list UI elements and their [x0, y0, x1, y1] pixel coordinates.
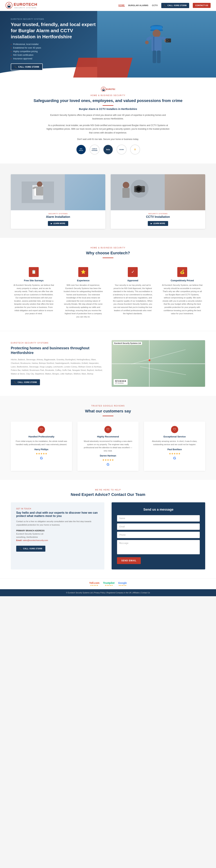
nav-phone-label: CALL: 01992 272098 — [167, 4, 186, 6]
nav-phone-button[interactable]: 📞 CALL: 01992 272098 — [161, 3, 189, 8]
map-area: Eurotech Security Systems Ltd 📍 4.9 ★★★★… — [112, 340, 205, 387]
locations-phone-button[interactable]: 📞 CALL: 01992 272098 — [11, 379, 40, 385]
review-stars-1: ★★★★★ — [15, 452, 68, 455]
cctv-service-image — [111, 174, 205, 210]
nav-burglar-alarms[interactable]: BURGLAR ALARMS — [128, 4, 149, 6]
surveys-text: At Eurotech Security Systems, we believe… — [13, 284, 54, 315]
yell-badge: Yell.com ★★★★★ — [89, 582, 99, 586]
feature-3: Highly competitive pricing — [11, 50, 97, 53]
alarm-card-title: Alarm Installation — [11, 215, 105, 221]
certifications-row: NSIGOLD CHECKATRADE bsia SSAIB 🏆 — [11, 145, 205, 155]
service-card-cctv: SECURITY SYSTEMS CCTV Installation ▶ LEA… — [111, 174, 205, 229]
nav-home[interactable]: HOME — [118, 4, 125, 7]
cctv-btn-label: LEARN MORE — [153, 222, 165, 224]
svg-text:EUROTECH: EUROTECH — [106, 88, 115, 90]
logo-area: EUROTECH SECURITY SYSTEMS — [5, 2, 37, 9]
review-author-2: Darren Hartman — [82, 455, 134, 457]
yell-stars: ★★★★★ — [90, 584, 98, 586]
feature-2: Established for over 40 years — [11, 46, 97, 49]
hero-section: EUROTECH SECURITY SYSTEMS Your trusted, … — [0, 11, 216, 78]
google-badge: Google ★★★★★ — [118, 582, 127, 586]
get-in-touch-label: GET IN TOUCH — [16, 508, 99, 510]
review-card-3: 🛡 Exceptional Service Absolutely amazing… — [144, 422, 205, 471]
about-text1: Eurotech Security Systems offers the pea… — [45, 113, 171, 121]
hero-cta-button[interactable]: 📞 CALL: 01992 272098 — [11, 63, 43, 70]
form-email-input[interactable] — [117, 523, 200, 530]
approved-text: Your security is our top priority, and w… — [113, 284, 153, 315]
nav-cctv[interactable]: CCTV — [152, 4, 158, 6]
review-stars-2: ★★★★★ — [82, 459, 134, 461]
locations-section: EUROTECH SECURITY SYSTEMS Protecting hom… — [0, 331, 216, 396]
nav-contact-button[interactable]: CONTACT US — [193, 3, 211, 8]
pricing-title: Competitively Priced — [162, 279, 203, 282]
nsi-cert-badge: NSIGOLD — [76, 145, 86, 155]
cctv-card-label: SECURITY SYSTEMS — [111, 210, 205, 215]
why-title: Why choose Eurotech? — [11, 251, 205, 256]
send-btn-label: SEND EMAIL — [121, 559, 136, 562]
contact-phone-label: CALL: 01992 272098 — [23, 548, 42, 550]
form-message-input[interactable] — [117, 540, 200, 554]
review-title-3: Exceptional Service — [148, 435, 201, 438]
about-text2: As a professional, local installer, we p… — [45, 124, 171, 134]
review-text-2: Would absolutely recommend for installin… — [82, 440, 134, 452]
locations-title: Protecting homes and businesses througho… — [11, 346, 104, 355]
why-card-surveys: 📋 Free Site Surveys At Eurotech Security… — [11, 264, 57, 322]
footer-text: © Eurotech Security Systems Ltd | Privac… — [11, 592, 205, 594]
address-line: Eurotech Security Systems Ltd — [16, 533, 99, 535]
reviews-section: TRUSTED GOOGLE REVIEWS What our customer… — [0, 396, 216, 480]
alarm-service-image — [11, 174, 105, 210]
cctv-card-btn-area: ▶ LEARN MORE — [113, 221, 203, 226]
trustpilot-logo: Trustpilot — [103, 582, 115, 584]
logo-icon — [5, 2, 12, 9]
phone-icon: 📞 — [14, 66, 17, 68]
about-separator — [102, 105, 114, 106]
reviews-label: TRUSTED GOOGLE REVIEWS — [11, 405, 205, 407]
cctv-learn-more-button[interactable]: ▶ LEARN MORE — [148, 221, 168, 226]
review-card-1: 🛡 Handled Professionally From initial en… — [11, 422, 72, 471]
arrow-icon: ▶ — [151, 222, 152, 224]
google-icon-2: G — [82, 462, 134, 467]
svg-point-0 — [6, 2, 12, 9]
why-section: HOME & BUSINESS SECURITY Why choose Euro… — [0, 238, 216, 331]
svg-point-14 — [166, 40, 168, 41]
review-shield-icon-2: 🛡 — [104, 426, 112, 433]
about-label: HOME & BUSINESS SECURITY — [11, 94, 205, 96]
alarm-learn-more-button[interactable]: ▶ LEARN MORE — [48, 221, 68, 226]
yell-logo: Yell.com — [89, 582, 99, 584]
alarm-card-btn-area: ▶ LEARN MORE — [13, 221, 103, 226]
why-card-pricing: 💰 Competitively Priced At Eurotech Secur… — [159, 264, 205, 322]
trust-badges-row: Yell.com ★★★★★ Trustpilot ★★★★★ Google ★… — [0, 579, 216, 589]
alarm-card-label: SECURITY SYSTEMS — [11, 210, 105, 215]
logo-text: EUROTECH — [14, 2, 37, 7]
review-title-2: Highly Recommend — [82, 435, 134, 438]
locations-areas: Hitchin, Baldock, Stevenage, Arlesey, Bi… — [11, 358, 104, 376]
email-value: sales@eurotechsecurity.com — [23, 539, 48, 541]
svg-rect-8 — [146, 36, 152, 41]
google-icon-1: G — [15, 456, 68, 460]
hero-cta-label: CALL: 01992 272098 — [18, 66, 39, 68]
contact-right-panel: Send us a message SEND EMAIL — [112, 502, 205, 569]
experience-title: Experience — [63, 279, 103, 282]
surveys-icon: 📋 — [29, 267, 39, 277]
google-logo: Google — [118, 582, 127, 584]
contact-form-title: Send us a message — [117, 508, 200, 512]
phone-icon: 📞 — [164, 4, 166, 7]
map-title: Eurotech Security Systems Ltd — [113, 342, 142, 345]
form-name-input[interactable] — [117, 515, 200, 522]
logo-tagline: SECURITY SYSTEMS — [14, 7, 37, 9]
cctv-image-svg — [111, 174, 165, 210]
form-phone-input[interactable] — [117, 532, 200, 538]
send-email-button[interactable]: SEND EMAIL — [117, 557, 141, 564]
contact-left-title: Say hello and chat with our experts to d… — [16, 511, 99, 518]
contact-phone-button[interactable]: 📞 CALL: 01992 272098 — [16, 546, 45, 552]
email-label: Email: — [16, 539, 22, 541]
bsia-badge: bsia — [103, 145, 113, 155]
map-pin: 📍 — [147, 359, 152, 363]
review-card-2: 🛡 Highly Recommend Would absolutely reco… — [78, 422, 138, 471]
feature-5: Insurance approved — [11, 57, 97, 60]
google-stars: ★★★★★ — [118, 584, 127, 586]
review-shield-icon-1: 🛡 — [38, 426, 45, 433]
contact-left-panel: GET IN TOUCH Say hello and chat with our… — [11, 502, 104, 569]
checkatrade-badge: CHECKATRADE — [90, 145, 99, 155]
svg-rect-25 — [36, 187, 43, 195]
